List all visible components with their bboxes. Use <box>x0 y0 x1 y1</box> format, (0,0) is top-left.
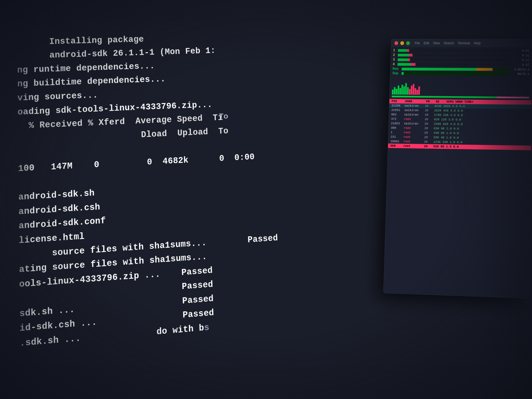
swp-val: 0G/31.4 <box>510 72 529 75</box>
graph-bar-pink <box>411 86 413 95</box>
proc-pr: 20 <box>424 127 432 130</box>
mem-row: Mem 2.8G/31.0 <box>393 67 530 71</box>
menu-terminal[interactable]: Terminal <box>458 41 470 45</box>
cpu-bar-4-green <box>398 63 411 66</box>
graph-bar <box>397 86 399 95</box>
traffic-light-red[interactable] <box>394 41 398 45</box>
proc-pid: 231 <box>390 135 402 139</box>
graph-bar <box>403 86 405 95</box>
traffic-light-yellow[interactable] <box>400 41 404 45</box>
graph-bar <box>407 87 409 95</box>
terminal-right: File Edit View Search Terminal Help 1 6.… <box>383 39 532 298</box>
cpu-bar-4-red <box>411 63 416 66</box>
graph-bar <box>392 89 393 94</box>
cpu-val-3: 5.1[ <box>513 58 530 62</box>
menu-view[interactable]: View <box>433 41 440 45</box>
line-3: ving sources... <box>17 90 98 103</box>
line-6: 100 147M 0 0 4682k 0 0:00 <box>18 152 255 174</box>
graph-bar-pink <box>416 90 418 95</box>
proc-pr: 20 <box>424 135 432 139</box>
graph-bar <box>396 89 397 94</box>
proc-pid: 31208 <box>392 104 403 107</box>
col-pid: PID <box>392 99 403 103</box>
proc-vals: 538 88 1.5 0.0 <box>433 145 529 150</box>
line-5: % Received % Xferd Average Speed Ti Dloa… <box>18 112 229 145</box>
proc-pid: 902 <box>391 113 403 116</box>
cpu-bar-1 <box>398 49 512 52</box>
proc-pid: 21853 <box>391 122 402 125</box>
cpu-bar-4 <box>398 63 512 66</box>
col-pr: PR <box>426 100 434 103</box>
proc-pid: 472 <box>391 117 402 121</box>
cpu-val-2: 6.1[ <box>513 54 530 57</box>
graph-bar-pink <box>409 89 410 95</box>
mem-bar-orange <box>476 68 493 71</box>
cpu-val-1: 6.0[ <box>513 49 530 52</box>
to-label: To <box>219 112 228 121</box>
swp-bar-green <box>401 72 404 75</box>
proc-vals: 1028 438 5.0 0.0 <box>434 109 529 113</box>
legend-pink <box>497 96 529 98</box>
graph-bar-pink <box>418 86 420 95</box>
proc-user-root: root <box>404 117 423 121</box>
proc-vals: 928 128 3.0 0.0 <box>434 118 529 122</box>
line-7: android-sdk.sh android-sdk.csh android-s… <box>18 188 106 246</box>
graph-bars <box>392 78 529 96</box>
graph-bar <box>405 83 407 95</box>
col-user: USER <box>405 100 424 103</box>
window-menu: File Edit View Search Terminal Help <box>415 41 481 45</box>
color-legend <box>392 96 529 98</box>
proc-pr: 20 <box>424 145 432 148</box>
proc-pid: 1 <box>391 131 402 134</box>
proc-user-root: root <box>404 126 423 130</box>
proc-pr: 20 <box>425 113 433 116</box>
cpu-row-1: 1 6.0[ <box>393 48 530 53</box>
cpu-num-3: 3 <box>393 58 397 62</box>
proc-pid: 380 <box>391 126 402 130</box>
proc-pr: 20 <box>424 131 432 135</box>
cpu-row-2: 2 6.1[ <box>393 53 530 57</box>
menu-search[interactable]: Search <box>444 41 454 45</box>
proc-pr: 20 <box>424 122 432 126</box>
mem-bar <box>402 68 509 71</box>
graph-inner <box>392 78 529 96</box>
cpu-bar-1-green <box>398 49 407 52</box>
window-titlebar: File Edit View Search Terminal Help <box>391 39 532 48</box>
menu-edit[interactable]: Edit <box>424 41 429 45</box>
col-ni: NI <box>436 100 444 103</box>
graph-bar-pink <box>413 84 415 95</box>
mem-bar-green <box>402 68 477 71</box>
swp-row: Swp 0G/31.4 <box>392 71 529 76</box>
cpu-val-4: 3.6[ <box>513 63 529 66</box>
proc-vals: 1798 238 4.0 0.0 <box>434 113 529 118</box>
proc-user-root: root <box>403 135 423 139</box>
proc-pr: 20 <box>424 118 432 121</box>
line-1: Installing package android-sdk 26.1.1-1 … <box>17 34 216 62</box>
scene: Installing package android-sdk 26.1.1-1 … <box>0 0 532 399</box>
cpu-bar-3-green <box>398 58 408 61</box>
proc-pid: 10981 <box>390 140 402 143</box>
graph-bar-pink <box>415 88 416 95</box>
cpu-bar-1-red <box>407 49 409 52</box>
legend-green <box>392 96 497 98</box>
proc-user-root: root <box>403 140 423 144</box>
cpu-section: 1 6.0[ 2 6.1[ 3 <box>390 47 532 78</box>
terminal-left-content: Installing package android-sdk 26.1.1-1 … <box>0 0 289 379</box>
menu-file[interactable]: File <box>415 41 420 45</box>
line-2: ng runtime dependencies... ng buildtime … <box>17 61 166 89</box>
graph-bar <box>401 85 403 95</box>
traffic-light-green[interactable] <box>406 41 410 45</box>
graph-container <box>392 78 529 96</box>
proc-user: saikiran <box>404 122 423 126</box>
menu-help[interactable]: Help <box>474 41 480 45</box>
htop-graph-section <box>390 77 531 100</box>
process-list: 31208 saikiran 20 4238 1028 6.0 0.0 2265… <box>388 103 531 150</box>
proc-user-root: root <box>404 131 423 134</box>
proc-pr: 20 <box>424 140 432 144</box>
graph-bar <box>399 88 401 95</box>
cpu-bar-2-red <box>409 54 412 57</box>
cpu-bar-3-red <box>408 58 410 61</box>
proc-user: saikiran <box>404 109 423 112</box>
proc-vals: 4238 1028 6.0 0.0 <box>434 104 529 109</box>
proc-pr: 20 <box>425 109 433 112</box>
